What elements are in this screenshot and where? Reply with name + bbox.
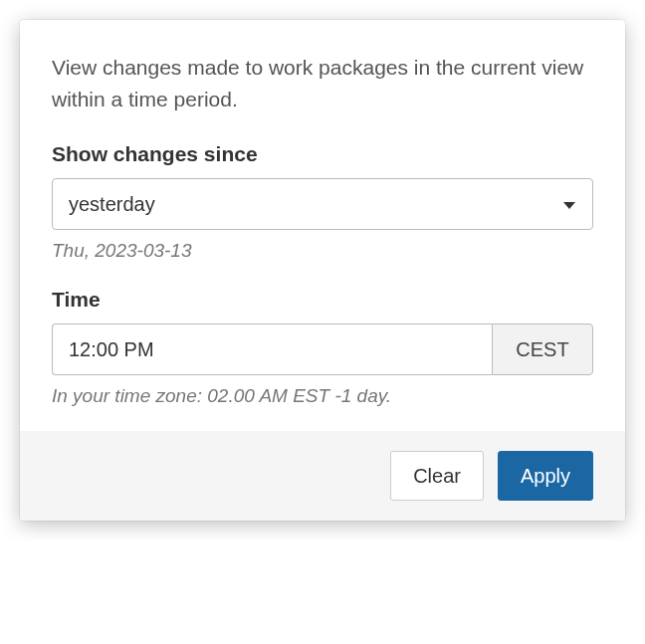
timezone-badge: CEST <box>492 323 593 375</box>
clear-button[interactable]: Clear <box>390 451 484 501</box>
time-helper: In your time zone: 02.00 AM EST -1 day. <box>52 385 593 407</box>
dialog-content: View changes made to work packages in th… <box>20 20 625 431</box>
dialog-description: View changes made to work packages in th… <box>52 52 593 114</box>
show-changes-since-select[interactable]: yesterday <box>52 178 593 230</box>
time-row: CEST <box>52 323 593 375</box>
apply-button[interactable]: Apply <box>498 451 593 501</box>
time-group: Time CEST In your time zone: 02.00 AM ES… <box>52 288 593 407</box>
show-changes-since-value: yesterday <box>69 193 155 216</box>
baseline-dialog: View changes made to work packages in th… <box>20 20 625 521</box>
time-input[interactable] <box>52 323 492 375</box>
show-changes-since-select-wrapper: yesterday <box>52 178 593 230</box>
time-label: Time <box>52 288 593 312</box>
show-changes-since-label: Show changes since <box>52 142 593 166</box>
show-changes-since-group: Show changes since yesterday Thu, 2023-0… <box>52 142 593 262</box>
dialog-footer: Clear Apply <box>20 431 625 521</box>
show-changes-since-helper: Thu, 2023-03-13 <box>52 240 593 262</box>
